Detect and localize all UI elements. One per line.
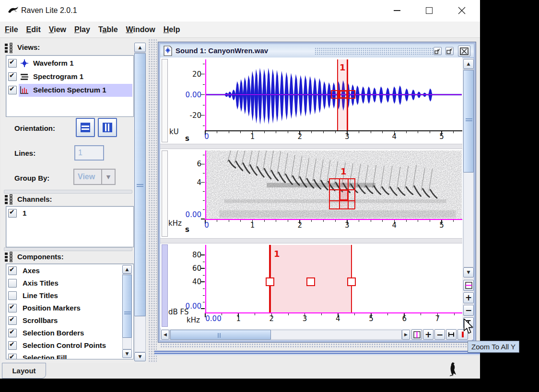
zoom-to-all-x-button[interactable] [446, 329, 457, 340]
sidebar-splitter[interactable] [148, 39, 157, 363]
selection-control-point[interactable] [266, 277, 274, 286]
position-marker-x-button[interactable] [411, 329, 422, 340]
component-list-item[interactable]: ✔Selection Control Points [6, 341, 121, 353]
waveform-view[interactable]: 1 kU s 012345200.00-20 [160, 58, 462, 144]
time-scrollbar-thumb[interactable] [170, 330, 271, 340]
group-by-combobox[interactable]: View ▼ [73, 169, 116, 185]
selection-grid-line[interactable] [329, 178, 355, 179]
menu-view[interactable]: View [49, 25, 66, 34]
minimize-button[interactable] [386, 2, 408, 19]
component-checkbox[interactable]: ✔ [8, 341, 17, 350]
selection-control-point[interactable] [348, 90, 355, 99]
selection-grid-line[interactable] [329, 178, 330, 209]
selection-spectrum-view[interactable]: 1 dB FS kHz 0.0012345678060400.00 [160, 243, 462, 329]
selection-control-point[interactable] [339, 90, 348, 99]
component-checkbox[interactable]: ✔ [8, 329, 17, 337]
menu-play[interactable]: Play [74, 25, 90, 34]
orientation-columns-button[interactable] [98, 118, 117, 137]
view-separator[interactable] [160, 144, 462, 149]
components-scroll-down-button[interactable]: ▼ [122, 349, 132, 358]
component-list-item[interactable]: ✔Axes [6, 266, 121, 278]
component-checkbox[interactable]: ✔ [8, 354, 17, 359]
y-scrollbar-thumb[interactable] [463, 70, 474, 173]
sound-document-icon [164, 46, 172, 56]
lines-input[interactable] [74, 145, 104, 161]
zoom-out-y-button[interactable]: − [463, 305, 474, 316]
selection-spectrum-plot[interactable]: 1 [205, 245, 462, 312]
group-by-dropdown-button[interactable]: ▼ [102, 170, 115, 184]
selection-control-point[interactable] [306, 277, 315, 286]
components-panel-drag-handle-icon[interactable] [4, 252, 14, 262]
components-scrollbar-thumb[interactable] [122, 275, 132, 338]
view-visibility-checkbox[interactable]: ✔ [8, 59, 17, 68]
component-checkbox[interactable]: ✔ [8, 316, 17, 325]
component-checkbox[interactable] [8, 279, 17, 288]
sound-window-titlebar[interactable]: Sound 1: CanyonWren.wav [160, 44, 474, 58]
menu-edit[interactable]: Edit [26, 25, 41, 34]
zoom-in-x-button[interactable]: + [423, 329, 434, 340]
sidebar-scroll-down-button[interactable]: ▼ [134, 352, 146, 361]
channel-checkbox[interactable]: ✔ [8, 209, 17, 218]
channel-list-item[interactable]: ✔1 [6, 208, 133, 220]
menu-window[interactable]: Window [126, 25, 155, 34]
selection-spectrum-line-strip[interactable] [162, 244, 168, 327]
component-list-item[interactable]: ✔Scrollbars [6, 316, 121, 328]
selection-control-point[interactable] [331, 90, 339, 99]
sidebar-scrollbar-thumb[interactable] [134, 53, 146, 316]
menu-table[interactable]: Table [98, 25, 118, 34]
view-visibility-checkbox[interactable]: ✔ [8, 86, 17, 94]
zoom-in-y-button[interactable]: + [463, 292, 474, 303]
position-marker-freq0[interactable] [205, 245, 206, 312]
views-list-item[interactable]: ✔Spectrogram 1 [6, 70, 133, 84]
sound-window-close-button[interactable] [458, 46, 470, 57]
waveform-line-strip[interactable] [162, 59, 168, 142]
view-separator[interactable] [160, 238, 462, 243]
views-list-item[interactable]: ✔Selection Spectrum 1 [6, 84, 133, 97]
spectrogram-view[interactable]: 1 kHz s 012345640.00 [160, 149, 462, 238]
layout-tab[interactable]: Layout [2, 363, 46, 379]
panel-divider[interactable] [4, 247, 132, 251]
waveform-plot[interactable]: 1 [205, 59, 462, 130]
scroll-up-button[interactable]: ▲ [463, 59, 474, 69]
views-list-item[interactable]: ✔Waveform 1 [6, 57, 133, 70]
y-axis-minor-tick [203, 105, 205, 105]
channels-panel-drag-handle-icon[interactable] [4, 194, 14, 205]
frame-resize-texture[interactable] [160, 343, 474, 348]
y-axis-minor-tick [203, 126, 205, 126]
views-panel-drag-handle-icon[interactable] [4, 43, 14, 53]
x-axis-minor-tick [276, 131, 276, 133]
component-checkbox[interactable]: ✔ [8, 266, 17, 275]
scroll-left-button[interactable]: ◀ [161, 330, 169, 340]
component-list-item[interactable]: ✔Selection Fill [6, 353, 121, 359]
position-marker-time0[interactable] [205, 150, 206, 219]
sidebar-scroll-up-button[interactable]: ▲ [134, 43, 146, 52]
component-checkbox[interactable] [8, 291, 17, 300]
scroll-down-button[interactable]: ▼ [463, 267, 474, 277]
panel-divider[interactable] [4, 190, 132, 194]
components-scroll-up-button[interactable]: ▲ [122, 265, 132, 274]
selection-grid-line[interactable] [329, 208, 355, 209]
component-list-item[interactable]: ✔Selection Borders [6, 328, 121, 341]
scroll-right-button[interactable]: ▶ [402, 330, 410, 340]
restore-button[interactable] [434, 47, 442, 55]
menu-file[interactable]: File [5, 25, 18, 34]
orientation-rows-button[interactable] [76, 118, 95, 137]
view-visibility-checkbox[interactable]: ✔ [8, 72, 17, 81]
maximize-restore-button[interactable] [445, 47, 454, 55]
component-list-item[interactable]: Axis Titles [6, 278, 121, 291]
menu-help[interactable]: Help [164, 25, 180, 34]
maximize-button[interactable] [418, 2, 440, 19]
component-checkbox[interactable]: ✔ [8, 304, 17, 312]
position-marker-y-button[interactable] [463, 280, 474, 291]
position-marker-time0[interactable] [205, 59, 206, 130]
selection-control-point[interactable] [347, 277, 356, 286]
spectrogram-line-strip[interactable] [162, 150, 168, 237]
selection-grid-line[interactable] [354, 178, 355, 209]
x-axis-minor-tick [311, 131, 312, 133]
spectrogram-plot[interactable]: 1 [205, 150, 462, 219]
component-list-item[interactable]: ✔Position Markers [6, 303, 121, 316]
component-list-item[interactable]: Line Titles [6, 291, 121, 303]
selection-bounds[interactable] [339, 189, 349, 201]
close-button[interactable] [451, 2, 473, 19]
zoom-out-x-button[interactable]: − [434, 329, 445, 340]
